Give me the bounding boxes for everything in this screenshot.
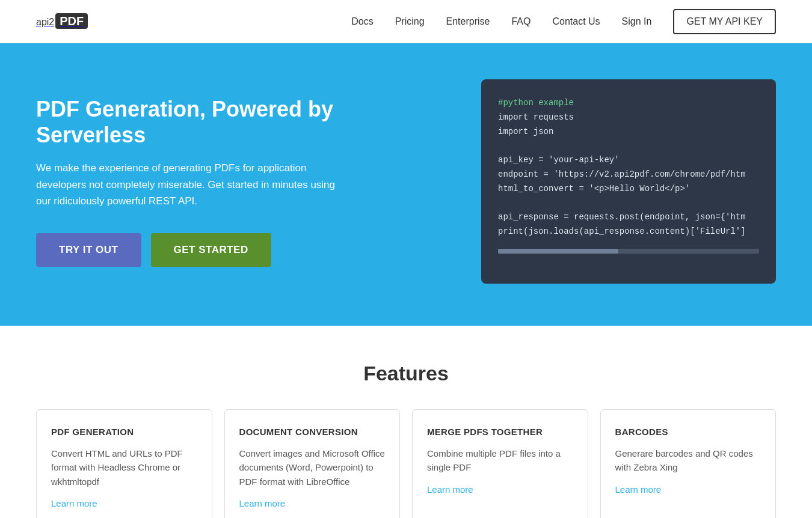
try-it-out-button[interactable]: TRY IT OUT — [36, 233, 141, 267]
nav-faq[interactable]: FAQ — [511, 16, 531, 27]
feature-merge-pdfs-desc: Combine multiple PDF files into a single… — [427, 446, 573, 475]
code-line-9: print(json.loads(api_response.content)['… — [498, 225, 759, 239]
nav-contact[interactable]: Contact Us — [552, 16, 600, 27]
feature-pdf-generation-title: PDF GENERATION — [51, 427, 197, 437]
feature-card-merge-pdfs: MERGE PDFS TOGETHER Combine multiple PDF… — [412, 409, 588, 518]
feature-card-barcodes: BARCODES Generare barcodes and QR codes … — [600, 409, 777, 518]
code-line-1: import requests — [498, 111, 759, 125]
hero-description: We make the experience of generating PDF… — [36, 160, 337, 209]
code-scrollbar-thumb — [498, 249, 618, 254]
nav-pricing[interactable]: Pricing — [395, 16, 425, 27]
logo[interactable]: api2PDF — [36, 14, 88, 28]
code-block: #python example import requests import j… — [481, 79, 776, 284]
get-api-key-button[interactable]: GET MY API KEY — [673, 9, 776, 34]
features-title: Features — [36, 362, 776, 385]
logo-pdf-text: PDF — [55, 13, 88, 29]
nav-links: Docs Pricing Enterprise FAQ Contact Us S… — [351, 9, 776, 34]
feature-card-document-conversion: DOCUMENT CONVERSION Convert images and M… — [224, 409, 401, 518]
navbar: api2PDF Docs Pricing Enterprise FAQ Cont… — [0, 0, 812, 43]
feature-pdf-generation-desc: Convert HTML and URLs to PDF format with… — [51, 446, 197, 489]
feature-merge-pdfs-link[interactable]: Learn more — [427, 484, 473, 495]
logo-2-text: 2 — [49, 17, 54, 27]
feature-pdf-generation-link[interactable]: Learn more — [51, 498, 97, 508]
feature-document-conversion-desc: Convert images and Microsoft Office docu… — [239, 446, 386, 489]
code-line-3 — [498, 139, 759, 153]
code-content: #python example import requests import j… — [498, 96, 759, 239]
features-grid: PDF GENERATION Convert HTML and URLs to … — [36, 409, 776, 518]
hero-buttons: TRY IT OUT GET STARTED — [36, 233, 337, 267]
code-scrollbar[interactable] — [498, 249, 759, 254]
feature-barcodes-title: BARCODES — [615, 427, 761, 437]
feature-barcodes-desc: Generare barcodes and QR codes with Zebr… — [615, 446, 761, 475]
hero-left: PDF Generation, Powered by Serverless We… — [36, 96, 337, 267]
nav-enterprise[interactable]: Enterprise — [446, 16, 490, 27]
feature-card-pdf-generation: PDF GENERATION Convert HTML and URLs to … — [36, 409, 212, 518]
get-started-button[interactable]: GET STARTED — [151, 233, 271, 267]
hero-section: PDF Generation, Powered by Serverless We… — [0, 43, 812, 326]
features-section: Features PDF GENERATION Convert HTML and… — [0, 326, 812, 518]
code-line-6: html_to_convert = '<p>Hello World</p>' — [498, 182, 759, 197]
feature-merge-pdfs-title: MERGE PDFS TOGETHER — [427, 427, 573, 437]
nav-docs[interactable]: Docs — [351, 16, 373, 27]
hero-title: PDF Generation, Powered by Serverless — [36, 96, 337, 148]
code-line-7 — [498, 197, 759, 211]
code-line-2: import json — [498, 125, 759, 139]
logo-api-text: api — [36, 17, 49, 27]
feature-barcodes-link[interactable]: Learn more — [615, 484, 662, 495]
feature-document-conversion-link[interactable]: Learn more — [239, 498, 286, 508]
code-line-8: api_response = requests.post(endpoint, j… — [498, 210, 759, 225]
nav-signin[interactable]: Sign In — [622, 16, 652, 27]
code-comment: #python example — [498, 96, 759, 111]
feature-document-conversion-title: DOCUMENT CONVERSION — [239, 427, 386, 437]
code-line-4: api_key = 'your-api-key' — [498, 153, 759, 168]
code-line-5: endpoint = 'https://v2.api2pdf.com/chrom… — [498, 168, 759, 182]
